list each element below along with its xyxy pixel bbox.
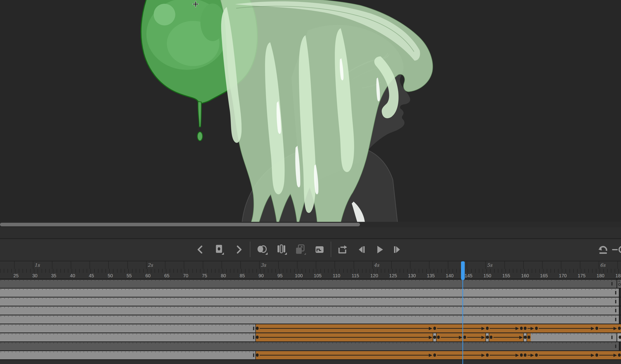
- seconds-band-separator: [542, 261, 543, 269]
- horizontal-scrollbar[interactable]: [0, 222, 621, 227]
- tween-arrow-head: [516, 327, 519, 330]
- row-right-edge: [619, 315, 621, 324]
- zoom-slider-handle-button[interactable]: [616, 243, 621, 256]
- keyframe-dot[interactable]: [524, 336, 527, 339]
- frame-number-label: 115: [347, 273, 364, 278]
- tween-arrow-head: [516, 354, 519, 357]
- keyframe-dot[interactable]: [437, 336, 440, 339]
- layer-6-frames-row[interactable]: [0, 324, 621, 332]
- frame-number-label: 175: [573, 273, 590, 278]
- tween-arrow-head: [591, 327, 594, 330]
- seconds-band-separator: [504, 261, 505, 269]
- application-window: 2530354045505560657075808590951001051101…: [0, 0, 621, 364]
- seconds-band-separator: [222, 261, 222, 269]
- timeline-layer-tracks[interactable]: a: [0, 280, 621, 364]
- layer-5-frames-row[interactable]: [0, 315, 621, 324]
- toolbar-separator: [331, 242, 331, 257]
- action-blank-keyframe-cell[interactable]: a: [617, 280, 621, 288]
- frame-number-label: 105: [310, 273, 326, 278]
- play-button[interactable]: [373, 243, 386, 256]
- insert-keyframe-button[interactable]: [213, 243, 226, 256]
- frame-number-label: 95: [272, 273, 288, 278]
- keyframe-dot[interactable]: [524, 327, 527, 330]
- frame-number-label: 50: [102, 273, 119, 278]
- playhead-marker[interactable]: [461, 261, 465, 280]
- frame-number-label: 30: [27, 273, 43, 278]
- next-keyframe-button[interactable]: [232, 243, 245, 256]
- edit-multiple-frames-button[interactable]: [294, 243, 307, 256]
- tween-arrow-head: [591, 354, 594, 357]
- keyframe-dot[interactable]: [433, 336, 436, 339]
- tween-arrow-head: [482, 327, 485, 330]
- keyframe-dot[interactable]: [524, 353, 527, 357]
- keyframe-dot[interactable]: [433, 327, 436, 330]
- layer-2-frames-row[interactable]: [0, 289, 621, 297]
- layer-8-frames-row[interactable]: [0, 342, 621, 350]
- keyframe-dot[interactable]: [520, 327, 523, 330]
- keyframe-dot[interactable]: [595, 353, 598, 357]
- keyframe-dot[interactable]: [433, 353, 436, 357]
- keyframe-dot[interactable]: [618, 353, 621, 357]
- layer-9-frames-row[interactable]: [0, 351, 621, 359]
- step-back-one-frame-button[interactable]: [355, 243, 368, 256]
- stage-canvas[interactable]: [0, 0, 621, 223]
- multi-frames-icon: [295, 244, 307, 255]
- tween-arrow-line: [490, 328, 516, 329]
- seconds-label: 1s: [34, 262, 40, 268]
- span-end-marker: [615, 309, 616, 312]
- horizontal-scrollbar-thumb[interactable]: [0, 223, 360, 226]
- seconds-band-separator: [259, 261, 260, 269]
- keyframe-dot[interactable]: [520, 353, 523, 357]
- onion-skin-outlines-button[interactable]: [275, 243, 288, 256]
- tween-arrow-head: [429, 336, 432, 339]
- keyframe-dot[interactable]: [535, 327, 538, 330]
- ruler-frame-ticks: [0, 269, 621, 273]
- playhead-line: [462, 280, 463, 364]
- onion-skin-icon: [256, 244, 269, 255]
- onion-skin-button[interactable]: [256, 243, 269, 256]
- tween-arrow-line: [260, 328, 429, 329]
- seconds-label: 6s: [600, 262, 605, 268]
- layer-4-frames-row[interactable]: [0, 306, 621, 315]
- layer-1-frames-row[interactable]: a: [0, 280, 621, 288]
- seconds-band-separator: [467, 261, 467, 269]
- tween-arrow-head: [429, 327, 432, 330]
- tween-arrow-head: [613, 354, 617, 357]
- seconds-label: 2s: [148, 262, 153, 268]
- reset-icon: [597, 244, 609, 255]
- keyframe-dot[interactable]: [463, 336, 466, 339]
- timeline-toolbar-bar: [0, 238, 621, 261]
- layer-3-frames-row[interactable]: [0, 297, 621, 306]
- tween-arrow-head: [531, 327, 534, 330]
- timeline-toolbar: [0, 227, 621, 261]
- tween-arrow-head: [613, 327, 617, 330]
- timeline-ruler[interactable]: 2530354045505560657075808590951001051101…: [0, 261, 621, 280]
- keyframe-dot[interactable]: [618, 327, 621, 330]
- keyframe-dot[interactable]: [619, 336, 621, 339]
- frame-number-label: 55: [121, 273, 138, 278]
- frame-number-label: 130: [404, 273, 420, 278]
- seconds-band-separator: [184, 261, 184, 269]
- keyframe-dot[interactable]: [535, 353, 538, 357]
- frame-number-label: 155: [498, 273, 515, 278]
- camera-button[interactable]: [313, 243, 326, 256]
- trailing-keyframe-cell[interactable]: [617, 333, 621, 341]
- row-right-edge: [619, 289, 621, 297]
- frame-number-label: 75: [196, 273, 213, 278]
- keyframe-dot[interactable]: [595, 327, 598, 330]
- seconds-band-separator: [316, 261, 316, 269]
- frame-number-label: 125: [385, 273, 401, 278]
- seconds-band-separator: [580, 261, 580, 269]
- layer-7-frames-row[interactable]: [0, 333, 621, 341]
- keyframe-dot[interactable]: [528, 336, 530, 339]
- previous-keyframe-button[interactable]: [194, 243, 207, 256]
- span-end-marker: [611, 282, 613, 286]
- loop-playback-button[interactable]: [336, 243, 349, 256]
- frame-number-label: 140: [442, 273, 458, 278]
- seconds-band-separator: [599, 261, 599, 269]
- seconds-band-separator: [165, 261, 165, 269]
- onion-outlines-icon: [276, 244, 288, 255]
- blank-keyframe-circle: [618, 283, 621, 286]
- step-forward-one-frame-button[interactable]: [391, 243, 404, 256]
- reset-timeline-zoom-button[interactable]: [596, 243, 609, 256]
